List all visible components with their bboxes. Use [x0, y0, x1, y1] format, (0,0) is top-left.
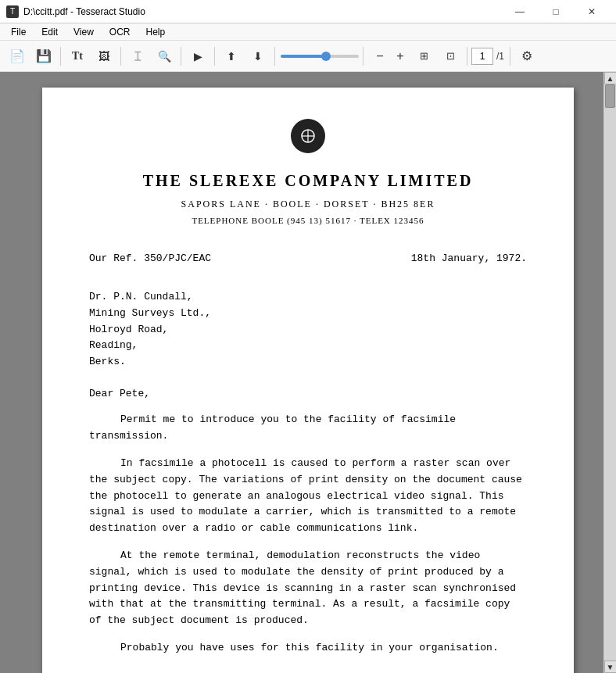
toolbar-separator-2	[120, 47, 121, 66]
menu-edit[interactable]: Edit	[34, 23, 66, 40]
menu-ocr[interactable]: OCR	[102, 23, 138, 40]
title-bar: T D:\ccitt.pdf - Tesseract Studio — □ ✕	[0, 0, 616, 23]
toolbar-separator-1	[60, 47, 61, 66]
toolbar-separator-4	[214, 47, 215, 66]
window-title: D:\ccitt.pdf - Tesseract Studio	[23, 6, 145, 17]
recipient-line-3: Holroyd Road,	[89, 322, 527, 338]
select-tool-button[interactable]: ⌶	[125, 44, 150, 69]
recipient-address: Dr. P.N. Cundall, Mining Surveys Ltd., H…	[89, 289, 527, 371]
menu-help[interactable]: Help	[138, 23, 174, 40]
settings-button[interactable]: ⚙	[514, 44, 539, 69]
toolbar: 📄 💾 Tt 🖼 ⌶ 🔍 ▶ ⬆ ⬇ − + ⊞ ⊡ /1 ⚙	[0, 41, 616, 72]
window-controls: — □ ✕	[502, 0, 610, 23]
company-address: SAPORS LANE · BOOLE · DORSET · BH25 8ER	[89, 197, 527, 211]
text-tool-button[interactable]: Tt	[65, 44, 90, 69]
fit-width-button[interactable]: ⊡	[438, 44, 463, 69]
menu-view[interactable]: View	[66, 23, 102, 40]
upload-button[interactable]: ⬆	[219, 44, 244, 69]
recipient-line-1: Dr. P.N. Cundall,	[89, 289, 527, 306]
download-button[interactable]: ⬇	[245, 44, 270, 69]
minimize-button[interactable]: —	[502, 0, 538, 23]
company-logo	[89, 119, 527, 153]
document-ref: Our Ref. 350/PJC/EAC	[89, 251, 211, 267]
fit-page-button[interactable]: ⊞	[411, 44, 436, 69]
maximize-button[interactable]: □	[538, 0, 574, 23]
toolbar-separator-5	[274, 47, 275, 66]
menu-file[interactable]: File	[3, 23, 34, 40]
search-button[interactable]: 🔍	[152, 44, 177, 69]
toolbar-separator-7	[467, 47, 467, 66]
title-bar-left: T D:\ccitt.pdf - Tesseract Studio	[6, 5, 145, 18]
zoom-slider-thumb	[321, 52, 331, 61]
close-button[interactable]: ✕	[574, 0, 610, 23]
menu-bar: File Edit View OCR Help	[0, 23, 616, 41]
vertical-scrollbar: ▲ ▼	[603, 72, 616, 673]
play-button[interactable]: ▶	[185, 44, 210, 69]
logo-circle	[291, 119, 325, 153]
scroll-track[interactable]	[604, 84, 616, 660]
page-controls: − + ⊞ ⊡ /1 ⚙	[371, 44, 539, 69]
zoom-slider[interactable]	[281, 55, 359, 58]
scroll-up-arrow[interactable]: ▲	[604, 72, 617, 84]
main-area: THE SLEREXE COMPANY LIMITED SAPORS LANE …	[0, 72, 616, 673]
scroll-thumb[interactable]	[605, 84, 615, 108]
ref-date-line: Our Ref. 350/PJC/EAC 18th January, 1972.	[89, 251, 527, 267]
paragraph-3: At the remote terminal, demodulation rec…	[89, 548, 527, 629]
page-total-label: /1	[495, 51, 506, 62]
zoom-in-button[interactable]: +	[391, 47, 410, 66]
toolbar-separator-8	[510, 47, 510, 66]
toolbar-separator-3	[181, 47, 181, 66]
app-icon: T	[6, 5, 19, 18]
recipient-line-4: Reading,	[89, 338, 527, 354]
recipient-line-5: Berks.	[89, 354, 527, 371]
paragraph-2: In facsimile a photocell is caused to pe…	[89, 456, 527, 537]
salutation: Dear Pete,	[89, 386, 527, 402]
paragraph-1: Permit me to introduce you to the facili…	[89, 412, 527, 445]
save-button[interactable]: 💾	[31, 44, 56, 69]
page-number-input[interactable]	[471, 48, 493, 65]
toolbar-separator-6	[363, 47, 364, 66]
paragraph-4: Probably you have uses for this facility…	[89, 640, 527, 657]
document-area: THE SLEREXE COMPANY LIMITED SAPORS LANE …	[0, 72, 616, 673]
scroll-down-arrow[interactable]: ▼	[604, 660, 617, 673]
company-name: THE SLEREXE COMPANY LIMITED	[89, 169, 527, 192]
zoom-slider-area	[281, 55, 359, 58]
image-tool-button[interactable]: 🖼	[91, 44, 116, 69]
document-date: 18th January, 1972.	[411, 251, 527, 267]
zoom-out-button[interactable]: −	[371, 47, 389, 66]
company-phone: TELEPHONE BOOLE (945 13) 51617 · TELEX 1…	[89, 214, 527, 227]
open-file-button[interactable]: 📄	[5, 44, 30, 69]
recipient-line-2: Mining Surveys Ltd.,	[89, 306, 527, 322]
document-page: THE SLEREXE COMPANY LIMITED SAPORS LANE …	[42, 88, 574, 673]
